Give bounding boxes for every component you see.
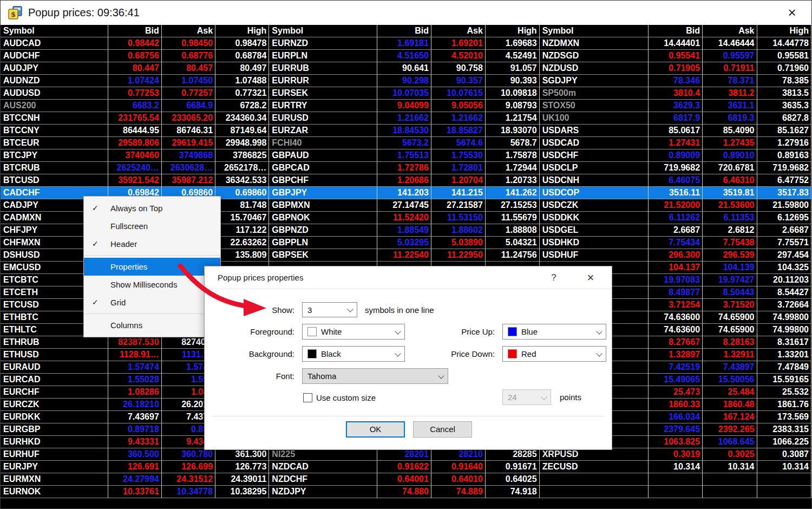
ok-button[interactable]: OK	[346, 421, 405, 438]
bid-cell: 3.71254	[649, 299, 703, 311]
table-row[interactable]: USDGEL2.66872.68122.6687	[540, 224, 811, 237]
table-row[interactable]: EURRUR90.29890.35790.393	[269, 75, 539, 87]
high-cell: 74.918	[486, 486, 540, 498]
table-row[interactable]: BTCUSD35921.54235987.21236342.533	[1, 174, 269, 187]
table-row[interactable]: STOX503629.33631.13635.3	[540, 100, 811, 112]
background-select[interactable]: Black	[302, 346, 405, 362]
price-up-select[interactable]: Blue	[502, 324, 606, 340]
high-cell: 3.72664	[757, 299, 811, 311]
table-row[interactable]: EURNZD1.691811.692011.69683	[269, 37, 539, 50]
custom-size-checkbox[interactable]	[303, 393, 312, 402]
table-row[interactable]: EURJPY126.691126.699126.773	[1, 461, 269, 473]
table-row[interactable]: USDCLP719.9682720.6781719.9682	[540, 162, 811, 174]
size-select[interactable]: 24	[502, 389, 551, 405]
dialog-title-bar[interactable]: Popup prices properties ? ×	[205, 266, 612, 289]
symbol-cell: STOX50	[540, 100, 649, 112]
table-row[interactable]: EURNOK10.3376110.3477810.38295	[1, 486, 269, 498]
table-row[interactable]: USDCOP3516.113519.813517.83	[540, 187, 811, 199]
table-row[interactable]: USDCHF0.890090.890100.89163	[540, 149, 811, 162]
table-row[interactable]: NZDCHF0.640010.640100.64025	[269, 473, 539, 486]
table-row[interactable]: AUS2006683.26684.96728.2	[1, 100, 269, 112]
table-row[interactable]: NZDJPY74.88074.88974.918	[269, 486, 539, 498]
table-row[interactable]: BTCJPY374046037498683786825	[1, 149, 269, 162]
table-row[interactable]: USDCNH6.460756.463106.47752	[540, 174, 811, 187]
menu-item-show-milliseconds[interactable]: Show Milliseconds	[84, 276, 220, 293]
table-row[interactable]: EURZAR18.8453018.8582718.93070	[269, 125, 539, 137]
title-bar[interactable]: $ Popup prices: 09:36:41 ×	[1, 1, 811, 25]
foreground-select[interactable]: White	[302, 324, 405, 340]
high-cell: 361.300	[215, 448, 269, 461]
high-cell: 25.532	[757, 386, 811, 399]
high-cell: 1.33201	[757, 349, 811, 361]
table-row[interactable]: ZECUSD10.31410.31410.314	[540, 461, 811, 473]
table-row[interactable]: AUDUSD0.772530.772570.77321	[1, 87, 269, 100]
table-row[interactable]: GBPCHF1.206861.207041.20733	[269, 174, 539, 187]
menu-item-columns[interactable]: Columns	[84, 316, 220, 334]
ask-cell: 0.95597	[703, 50, 757, 62]
symbol-cell: GBPJPY	[269, 187, 377, 199]
table-row[interactable]: AUDNZD1.074241.074501.07488	[1, 75, 269, 87]
table-row[interactable]: SGDJPY78.34678.37178.385	[540, 75, 811, 87]
table-row[interactable]: NZDUSD0.719050.719110.71960	[540, 62, 811, 75]
column-header-bid: Bid	[377, 25, 431, 37]
table-row[interactable]: GBPNOK11.5242011.5315011.55679	[269, 212, 539, 224]
menu-item-always-on-top[interactable]: ✓Always on Top	[84, 199, 220, 217]
table-row[interactable]: USDHKD7.754347.754387.75571	[540, 237, 811, 249]
table-row[interactable]: GBPCAD1.727861.728011.72944	[269, 162, 539, 174]
table-row[interactable]: USDDKK6.112626.113536.12695	[540, 212, 811, 224]
table-row[interactable]: BTCCNH231765.54233065.20234360.34	[1, 112, 269, 125]
window-close-icon[interactable]: ×	[782, 3, 802, 22]
background-swatch-icon	[307, 349, 317, 358]
table-row[interactable]	[540, 473, 811, 486]
table-row[interactable]: UK1006817.96819.36827.8	[540, 112, 811, 125]
table-row[interactable]: NZDMXN14.4440114.4644414.44778	[540, 37, 811, 50]
table-row[interactable]: GBPMXN27.1474527.2158727.15253	[269, 199, 539, 212]
table-row[interactable]: GBPAUD1.755131.755301.75878	[269, 149, 539, 162]
table-row[interactable]: NZDSGD0.955410.955970.95581	[540, 50, 811, 62]
table-row[interactable]: USDARS85.061785.409085.1627	[540, 125, 811, 137]
table-row[interactable]: EURRUB90.64190.75891.057	[269, 62, 539, 75]
ask-cell: 10.07615	[431, 87, 486, 100]
help-icon[interactable]: ?	[546, 266, 562, 289]
table-row[interactable]: FCHI405673.25674.65678.7	[269, 137, 539, 149]
table-row[interactable]: BTCCNY86444.9586746.3187149.64	[1, 125, 269, 137]
table-row[interactable]: USDHUF296.300296.539297.454	[540, 249, 811, 262]
table-row[interactable]: NI225282012821028285	[269, 448, 539, 461]
table-row[interactable]: AUDJPY80.44780.45780.497	[1, 62, 269, 75]
table-row[interactable]: AUDCHF0.687560.687760.68784	[1, 50, 269, 62]
dialog-close-icon[interactable]: ×	[581, 266, 600, 289]
table-row[interactable]: USDCAD1.274311.274351.27916	[540, 137, 811, 149]
menu-item-grid[interactable]: ✓Grid	[84, 293, 220, 311]
chevron-down-icon	[345, 303, 357, 317]
table-row[interactable]: EURUSD1.216621.216621.21754	[269, 112, 539, 125]
table-row[interactable]: EURMXN24.2799424.3151224.39011	[1, 473, 269, 486]
font-select[interactable]: Tahoma	[302, 368, 448, 384]
menu-item-properties[interactable]: Properties	[84, 258, 220, 276]
table-row[interactable]: AUDCAD0.984420.984500.98478	[1, 37, 269, 50]
show-select[interactable]: 3	[302, 302, 357, 317]
table-row[interactable]: XRPUSD0.30190.30250.3087	[540, 448, 811, 461]
table-row[interactable]: GBPPLN5.032955.038905.04321	[269, 237, 539, 249]
symbol-cell: EURCZK	[1, 399, 108, 411]
table-row[interactable]: GBPNZD1.885491.886021.88808	[269, 224, 539, 237]
table-row[interactable]: EURSEK10.0703510.0761510.09818	[269, 87, 539, 100]
ask-cell: 3749868	[162, 149, 215, 162]
table-row[interactable]	[540, 486, 811, 498]
price-down-select[interactable]: Red	[502, 346, 606, 362]
table-row[interactable]: GBPJPY141.203141.215141.262	[269, 187, 539, 199]
table-row[interactable]: NZDCAD0.916220.916400.91671	[269, 461, 539, 473]
table-row[interactable]: EURPLN4.516504.520104.52491	[269, 50, 539, 62]
table-row[interactable]: GBPSEK11.2254011.2295011.24756	[269, 249, 539, 262]
table-row[interactable]: BTCEUR29589.80629619.41529948.998	[1, 137, 269, 149]
table-row[interactable]: USDCZK21.5200021.5360021.59800	[540, 199, 811, 212]
menu-item-fullscreen[interactable]: Fullscreen	[84, 217, 220, 235]
menu-item-header[interactable]: ✓Header	[84, 235, 220, 253]
table-row[interactable]: EURTRY9.040999.050569.08793	[269, 100, 539, 112]
table-row[interactable]: BTCRUB2625240…2630628…2652178…	[1, 162, 269, 174]
table-row[interactable]: SP500m3810.43811.23813.5	[540, 87, 811, 100]
table-row[interactable]: EURHUF360.500360.780361.300	[1, 448, 269, 461]
ask-cell: 4.52010	[431, 50, 486, 62]
ask-cell: 29619.415	[162, 137, 215, 149]
cancel-button[interactable]: Cancel	[413, 421, 472, 438]
symbol-cell: EURCHF	[1, 386, 108, 399]
